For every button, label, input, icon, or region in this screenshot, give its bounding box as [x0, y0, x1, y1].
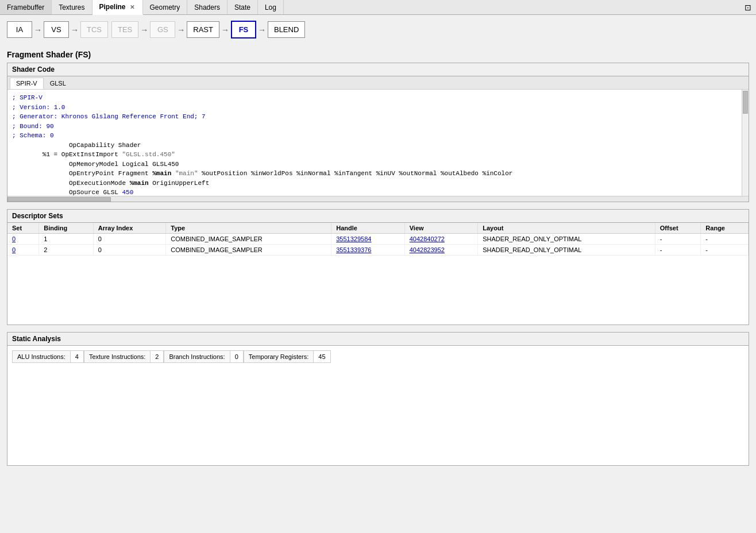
col-header-type: Type: [166, 223, 331, 234]
cell-offset-1: -: [655, 234, 701, 245]
arrow-1: →: [34, 25, 42, 34]
texture-label: Texture Instructions:: [84, 351, 151, 362]
branch-value: 0: [230, 351, 244, 362]
set-link-2[interactable]: 0: [12, 246, 16, 253]
tab-shaders[interactable]: Shaders: [187, 0, 227, 14]
cell-type-1: COMBINED_IMAGE_SAMPLER: [166, 234, 331, 245]
cell-type-2: COMBINED_IMAGE_SAMPLER: [166, 245, 331, 256]
handle-link-2[interactable]: 3551339376: [336, 246, 371, 253]
tab-log[interactable]: Log: [258, 0, 284, 14]
cell-set-1: 0: [7, 234, 39, 245]
temp-regs-value: 45: [314, 351, 330, 362]
cell-layout-2: SHADER_READ_ONLY_OPTIMAL: [478, 245, 655, 256]
col-header-handle: Handle: [331, 223, 405, 234]
stage-fs[interactable]: FS: [231, 21, 256, 38]
stage-blend[interactable]: BLEND: [268, 21, 305, 38]
cell-view-1: 4042840272: [404, 234, 478, 245]
tab-textures-label: Textures: [59, 3, 84, 11]
stage-ia[interactable]: IA: [7, 21, 32, 38]
cell-array-index-2: 0: [93, 245, 165, 256]
static-empty-space: [7, 368, 749, 465]
tab-pipeline-label: Pipeline: [99, 3, 126, 11]
stage-tes[interactable]: TES: [111, 21, 138, 38]
col-header-binding: Binding: [39, 223, 93, 234]
fragment-shader-title: Fragment Shader (FS): [7, 50, 749, 59]
temp-regs-label: Temporary Registers:: [244, 351, 314, 362]
tab-shaders-label: Shaders: [194, 3, 220, 11]
stat-group-temp-regs: Temporary Registers: 45: [244, 350, 331, 363]
cell-range-1: -: [701, 234, 749, 245]
stat-group-texture: Texture Instructions: 2: [84, 350, 165, 363]
arrow-5: →: [177, 25, 185, 34]
branch-label: Branch Instructions:: [164, 351, 230, 362]
arrow-4: →: [140, 25, 148, 34]
handle-link-1[interactable]: 3551329584: [336, 235, 371, 242]
col-header-set: Set: [7, 223, 39, 234]
shader-code-wrapper: ; SPIR-V ; Version: 1.0 ; Generator: Khr…: [7, 90, 749, 196]
cell-binding-1: 1: [39, 234, 93, 245]
cell-handle-1: 3551329584: [331, 234, 405, 245]
static-analysis-header: Static Analysis: [7, 333, 749, 346]
view-link-2[interactable]: 4042823952: [410, 246, 445, 253]
tab-geometry-label: Geometry: [150, 3, 180, 11]
tab-textures[interactable]: Textures: [52, 0, 92, 14]
tab-log-label: Log: [265, 3, 276, 11]
cell-range-2: -: [701, 245, 749, 256]
cell-offset-2: -: [655, 245, 701, 256]
descriptor-empty-space: [7, 256, 749, 325]
tab-framebuffer-label: Framebuffer: [7, 3, 44, 11]
shader-code-section: Shader Code SPIR-V GLSL ; SPIR-V ; Versi…: [7, 63, 749, 202]
stage-rast[interactable]: RAST: [187, 21, 219, 38]
col-header-layout: Layout: [478, 223, 655, 234]
shader-code-header: Shader Code: [7, 63, 749, 76]
tab-pipeline[interactable]: Pipeline ✕: [92, 0, 143, 15]
descriptor-sets-header: Descriptor Sets: [7, 210, 749, 223]
set-link-1[interactable]: 0: [12, 235, 16, 242]
expand-button[interactable]: ⊡: [740, 0, 756, 14]
shader-code-area[interactable]: ; SPIR-V ; Version: 1.0 ; Generator: Khr…: [7, 90, 749, 196]
shader-tab-spirv[interactable]: SPIR-V: [10, 78, 44, 89]
alu-label: ALU Instructions:: [13, 351, 71, 362]
col-header-view: View: [404, 223, 478, 234]
pipeline-row: IA → VS → TCS TES → GS → RAST → FS → BLE…: [0, 15, 756, 44]
cell-array-index-1: 0: [93, 234, 165, 245]
col-header-offset: Offset: [655, 223, 701, 234]
static-analysis-section: Static Analysis ALU Instructions: 4 Text…: [7, 332, 749, 466]
cell-view-2: 4042823952: [404, 245, 478, 256]
tab-state[interactable]: State: [227, 0, 258, 14]
col-header-array-index: Array Index: [93, 223, 165, 234]
main-content: Fragment Shader (FS) Shader Code SPIR-V …: [0, 44, 756, 478]
tab-geometry[interactable]: Geometry: [143, 0, 188, 14]
stage-gs[interactable]: GS: [150, 21, 175, 38]
horizontal-scrollbar-thumb[interactable]: [7, 197, 111, 202]
cell-handle-2: 3551339376: [331, 245, 405, 256]
cell-binding-2: 2: [39, 245, 93, 256]
vertical-scrollbar-thumb[interactable]: [743, 91, 748, 114]
table-row: 0 2 0 COMBINED_IMAGE_SAMPLER 3551339376 …: [7, 245, 749, 256]
table-row: 0 1 0 COMBINED_IMAGE_SAMPLER 3551329584 …: [7, 234, 749, 245]
stage-vs[interactable]: VS: [44, 21, 69, 38]
arrow-7: →: [258, 25, 266, 34]
alu-value: 4: [71, 351, 84, 362]
arrow-6: →: [221, 25, 229, 34]
texture-value: 2: [151, 351, 164, 362]
arrow-2: →: [71, 25, 79, 34]
cell-set-2: 0: [7, 245, 39, 256]
stage-tcs[interactable]: TCS: [80, 21, 108, 38]
horizontal-scrollbar[interactable]: [7, 196, 749, 202]
cell-layout-1: SHADER_READ_ONLY_OPTIMAL: [478, 234, 655, 245]
stat-group-alu: ALU Instructions: 4: [12, 350, 84, 363]
vertical-scrollbar[interactable]: [742, 90, 749, 196]
shader-tab-glsl[interactable]: GLSL: [44, 78, 72, 89]
table-header-row: Set Binding Array Index Type Handle View…: [7, 223, 749, 234]
col-header-range: Range: [701, 223, 749, 234]
tab-state-label: State: [234, 3, 250, 11]
stat-group-branch: Branch Instructions: 0: [164, 350, 244, 363]
descriptor-sets-table: Set Binding Array Index Type Handle View…: [7, 223, 749, 256]
tab-pipeline-close[interactable]: ✕: [129, 4, 136, 10]
shader-tabs: SPIR-V GLSL: [7, 76, 749, 90]
view-link-1[interactable]: 4042840272: [410, 235, 445, 242]
tab-framebuffer[interactable]: Framebuffer: [0, 0, 52, 14]
tab-bar: Framebuffer Textures Pipeline ✕ Geometry…: [0, 0, 756, 15]
descriptor-sets-section: Descriptor Sets Set Binding Array Index …: [7, 209, 749, 325]
